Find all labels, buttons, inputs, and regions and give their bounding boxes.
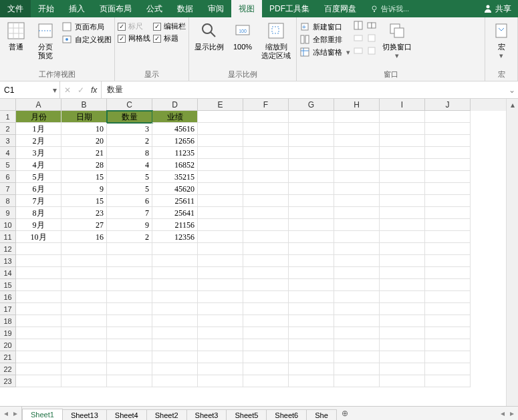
column-header[interactable]: C [107,99,152,111]
tab-home[interactable]: 开始 [31,0,61,17]
cell[interactable] [289,279,334,291]
freeze-panes-button[interactable]: 冻结窗格▾ [299,47,350,57]
sheet-nav-prev-icon[interactable]: ◂ [4,409,8,418]
cell[interactable] [425,291,471,303]
cell[interactable] [198,111,243,123]
row-header[interactable]: 8 [0,195,16,207]
cell[interactable] [61,267,107,279]
cell[interactable] [425,171,471,183]
cell[interactable] [380,315,425,327]
row-header[interactable]: 2 [0,123,16,135]
cell[interactable] [243,243,289,255]
cell[interactable] [152,279,198,291]
cell[interactable] [380,255,425,267]
cell[interactable]: 35215 [152,171,198,183]
cell[interactable]: 28 [61,159,107,171]
row-header[interactable]: 13 [0,255,16,267]
tab-page-layout[interactable]: 页面布局 [92,0,139,17]
cell[interactable] [107,267,152,279]
column-header[interactable]: G [289,99,334,111]
cell[interactable] [107,363,152,375]
column-header[interactable]: I [380,99,425,111]
cell[interactable]: 2 [107,231,152,243]
cell[interactable] [152,351,198,363]
cell[interactable]: 10月 [16,231,61,243]
gridlines-checkbox[interactable]: 网格线 [118,33,150,43]
cell[interactable] [380,231,425,243]
cell[interactable] [243,375,289,387]
cell[interactable] [289,159,334,171]
row-header[interactable]: 7 [0,183,16,195]
cell[interactable] [289,327,334,339]
cell[interactable] [243,339,289,351]
cell[interactable] [380,279,425,291]
tab-pdf[interactable]: PDF工具集 [262,0,317,17]
row-header[interactable]: 3 [0,135,16,147]
cell[interactable] [107,255,152,267]
cell[interactable] [334,135,380,147]
row-header[interactable]: 20 [0,339,16,351]
page-layout-button[interactable]: 页面布局 [61,21,112,32]
cell[interactable] [198,171,243,183]
row-header[interactable]: 4 [0,147,16,159]
cell[interactable]: 9月 [16,219,61,231]
cell[interactable] [198,375,243,387]
cell[interactable]: 7 [107,207,152,219]
cell[interactable] [334,231,380,243]
cell[interactable] [61,351,107,363]
cell[interactable] [61,243,107,255]
cell[interactable] [16,243,61,255]
cell[interactable] [152,315,198,327]
cell[interactable]: 21 [61,147,107,159]
cell[interactable] [198,339,243,351]
cell[interactable] [61,279,107,291]
cell[interactable] [425,195,471,207]
formula-bar-checkbox[interactable]: 编辑栏 [153,21,186,31]
cell[interactable] [334,351,380,363]
headings-checkbox[interactable]: 标题 [153,33,186,43]
cell[interactable] [243,255,289,267]
cell[interactable] [380,375,425,387]
cell[interactable] [380,147,425,159]
cell[interactable] [380,123,425,135]
switch-windows-button[interactable]: 切换窗口▾ [380,19,414,61]
cell[interactable] [334,267,380,279]
cell[interactable] [198,123,243,135]
cell[interactable] [198,267,243,279]
cell[interactable] [107,315,152,327]
cell[interactable] [107,327,152,339]
cell[interactable] [152,339,198,351]
cell[interactable] [198,183,243,195]
cell[interactable] [334,147,380,159]
cell[interactable] [425,219,471,231]
cell[interactable] [289,375,334,387]
cell[interactable] [198,219,243,231]
cell[interactable] [380,351,425,363]
cell[interactable] [380,183,425,195]
cell[interactable] [289,291,334,303]
cell[interactable]: 日期 [61,111,107,123]
cell[interactable] [107,243,152,255]
expand-formula-icon[interactable]: ⌄ [506,81,518,98]
cell[interactable] [152,243,198,255]
cell[interactable] [243,135,289,147]
cell[interactable] [380,135,425,147]
cell[interactable] [380,291,425,303]
cell[interactable] [380,111,425,123]
zoom-selection-button[interactable]: 缩放到 选定区域 [259,19,293,61]
cell[interactable] [16,279,61,291]
cell[interactable] [243,231,289,243]
cell[interactable] [334,339,380,351]
cell[interactable] [243,207,289,219]
cell[interactable]: 4月 [16,159,61,171]
row-header[interactable]: 6 [0,171,16,183]
cell[interactable] [152,363,198,375]
sheet-nav-next-icon[interactable]: ▸ [13,409,17,418]
column-header[interactable]: J [425,99,471,111]
sheet-tab[interactable]: Sheet13 [62,409,107,420]
cell[interactable]: 7月 [16,195,61,207]
cell[interactable] [152,291,198,303]
cell[interactable] [334,291,380,303]
cell[interactable] [61,327,107,339]
share-button[interactable]: 共享 [477,0,518,17]
